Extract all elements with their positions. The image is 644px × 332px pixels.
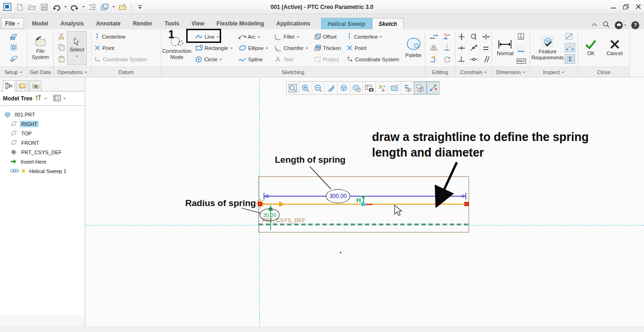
offset-button[interactable]: Offset: [313, 31, 342, 42]
cancel-button[interactable]: Cancel: [605, 39, 624, 57]
tree-item-insert-here[interactable]: Insert Here: [4, 157, 85, 166]
group-label-inspect[interactable]: Inspect: [543, 69, 560, 75]
dimension-baseline-icon[interactable]: [517, 46, 526, 53]
constraint-equal-icon[interactable]: [481, 42, 491, 53]
text-button[interactable]: Text: [273, 54, 309, 65]
radius-dimension-value[interactable]: 30.00: [260, 208, 280, 221]
group-label-editing[interactable]: Editing: [432, 69, 448, 75]
delete-segment-icon[interactable]: [441, 31, 453, 42]
tab-model[interactable]: Model: [26, 18, 55, 29]
group-label-constrain[interactable]: Constrain: [460, 69, 482, 75]
save-icon[interactable]: [40, 2, 49, 12]
modify-icon[interactable]: [428, 31, 439, 42]
construction-mode-button[interactable]: Construction Mode: [163, 35, 190, 60]
datum-point-button[interactable]: Point: [93, 42, 148, 54]
tree-item-part[interactable]: 001.PRT: [4, 110, 85, 119]
zoom-in-icon[interactable]: [299, 82, 312, 94]
search-icon[interactable]: [603, 21, 610, 29]
length-dimension-value[interactable]: 300.00: [326, 189, 350, 203]
app-button[interactable]: [3, 2, 12, 12]
ellipse-button[interactable]: Ellipse: [238, 42, 270, 54]
regenerate-icon[interactable]: [88, 2, 97, 12]
minimize-button[interactable]: [611, 4, 616, 10]
constraint-vertical-icon[interactable]: [456, 31, 467, 42]
group-label-sketching[interactable]: Sketching: [281, 69, 304, 75]
sketch-view-icon[interactable]: [9, 43, 18, 52]
chamfer-button[interactable]: Chamfer: [273, 42, 309, 54]
group-label-dimension[interactable]: Dimension: [496, 69, 521, 75]
close-button[interactable]: [636, 4, 641, 10]
tree-item-top-plane[interactable]: TOP: [4, 129, 85, 138]
collapse-ribbon-icon[interactable]: [591, 22, 598, 28]
redo-dropdown-caret[interactable]: [82, 6, 85, 9]
sketch-coordinate-system-button[interactable]: Coordinate System: [346, 54, 400, 65]
help-icon[interactable]: ?: [631, 21, 639, 29]
shade-closed-loops-icon[interactable]: [565, 54, 575, 64]
tree-item-csys[interactable]: PRT_CSYS_DEF: [4, 148, 85, 157]
sketch-setup-icon[interactable]: [9, 33, 18, 42]
arc-caret[interactable]: [257, 36, 260, 39]
tree-settings-caret[interactable]: [63, 98, 66, 101]
cut-icon[interactable]: [58, 33, 65, 41]
spline-button[interactable]: Spline: [238, 54, 270, 65]
refit-icon[interactable]: [287, 82, 299, 94]
dimension-reference-icon[interactable]: REF: [517, 58, 526, 64]
favorites-tab[interactable]: [29, 80, 41, 91]
circle-caret[interactable]: [219, 59, 222, 62]
circle-button[interactable]: Circle: [194, 54, 234, 65]
line-endpoint-start[interactable]: [258, 202, 262, 206]
tab-tools[interactable]: Tools: [158, 18, 185, 29]
repaint-icon[interactable]: [325, 82, 338, 94]
arc-button[interactable]: Arc: [238, 31, 270, 42]
dimension-perimeter-icon[interactable]: [517, 33, 526, 41]
window-dropdown-caret[interactable]: [112, 6, 115, 9]
file-system-button[interactable]: File System: [29, 35, 51, 60]
restore-button[interactable]: [623, 4, 629, 10]
display-style-icon[interactable]: [338, 82, 350, 94]
constraint-midpoint-icon[interactable]: [469, 42, 479, 53]
community-icon[interactable]: [615, 21, 623, 29]
constraint-tangent-icon[interactable]: [469, 31, 479, 42]
folder-browser-tab[interactable]: [16, 80, 28, 91]
dimension-display-icon[interactable]: [401, 82, 414, 94]
group-label-close[interactable]: Close: [597, 69, 610, 75]
palette-button[interactable]: Palette: [404, 37, 423, 59]
new-file-icon[interactable]: [15, 2, 25, 12]
model-tree-tab[interactable]: [3, 80, 15, 91]
line-endpoint-end[interactable]: [464, 202, 469, 206]
group-label-datum[interactable]: Datum: [118, 69, 133, 75]
thicken-button[interactable]: Thicken: [313, 42, 342, 54]
fillet-button[interactable]: Fillet: [273, 31, 309, 42]
references-icon[interactable]: [9, 55, 18, 64]
zoom-out-icon[interactable]: [312, 82, 325, 94]
sketch-centerline-button[interactable]: Centerline: [346, 31, 400, 42]
highlight-open-ends-icon[interactable]: [565, 43, 575, 52]
undo-icon[interactable]: [52, 2, 61, 12]
group-label-operations[interactable]: Operations: [58, 69, 83, 75]
redo-icon[interactable]: [70, 2, 79, 12]
group-label-get-data[interactable]: Get Data: [30, 69, 50, 75]
chamfer-caret[interactable]: [305, 48, 308, 50]
tab-analysis[interactable]: Analysis: [54, 18, 90, 29]
group-label-setup[interactable]: Setup: [4, 69, 18, 75]
window-switch-icon[interactable]: [100, 2, 109, 12]
tab-sketch[interactable]: Sketch: [372, 18, 404, 29]
qat-customize-caret[interactable]: [135, 2, 145, 12]
working-directory-icon[interactable]: [118, 2, 127, 12]
sketch-centerline-caret[interactable]: [380, 36, 382, 39]
tab-annotate[interactable]: Annotate: [90, 18, 127, 29]
sketch-orientation-icon[interactable]: [427, 82, 439, 94]
project-button[interactable]: Project: [313, 54, 342, 65]
tab-view[interactable]: View: [185, 18, 210, 29]
tab-flexible-modeling[interactable]: Flexible Modeling: [210, 18, 270, 29]
sketch-display-filters-icon[interactable]: [414, 82, 427, 94]
dimension-normal-button[interactable]: Normal: [495, 39, 515, 57]
rectangle-button[interactable]: Rectangle: [194, 42, 234, 54]
ellipse-caret[interactable]: [265, 48, 268, 50]
paste-icon[interactable]: [58, 56, 65, 64]
constraint-coincident-icon[interactable]: [469, 54, 479, 65]
rotate-resize-icon[interactable]: [441, 54, 453, 65]
annotation-display-icon[interactable]: [388, 82, 401, 94]
divide-icon[interactable]: [441, 42, 453, 53]
select-button[interactable]: Select: [67, 31, 87, 65]
